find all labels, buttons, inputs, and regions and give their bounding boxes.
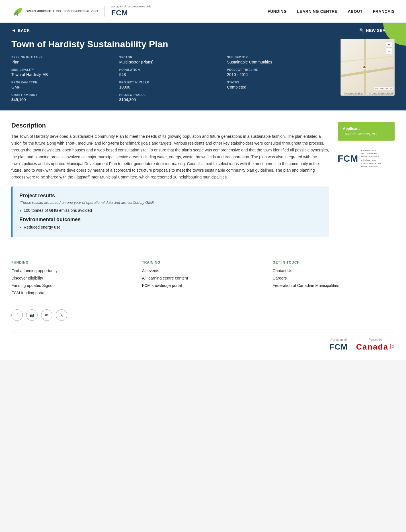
description-body: The Town of Hardisty developed a Sustain… — [11, 133, 329, 181]
footer-link-discover-eligibility[interactable]: Discover eligibility — [11, 276, 134, 280]
footer-contact-col: GET IN TOUCH Contact Us Careers Federati… — [272, 260, 395, 298]
canada-word: Canada — [356, 342, 388, 352]
back-arrow-icon: ◄ — [11, 28, 16, 33]
facebook-icon[interactable]: f — [11, 309, 23, 321]
meta-population-value: 548 — [119, 72, 222, 77]
meta-project-timeline: PROJECT TIMELINE 2010 - 2011 — [227, 68, 329, 77]
fcm-sidebar-subtitles: FEDERATION OF CANADIAN MUNICIPALITIES FÉ… — [361, 149, 381, 168]
footer-training-title: TRAINING — [142, 260, 264, 264]
main-content: Description The Town of Hardisty develop… — [0, 110, 406, 249]
results-title: Project results — [19, 193, 322, 199]
svg-text:© Microsoft Bing: © Microsoft Bing — [344, 92, 362, 95]
canada-logo-text: Canada ⚐ — [356, 342, 395, 352]
canada-flag-icon: ⚐ — [389, 343, 395, 351]
footer-link-careers[interactable]: Careers — [272, 276, 395, 280]
meta-population-label: POPULATION — [119, 68, 222, 71]
meta-subsector-label: SUB SECTOR — [227, 56, 329, 59]
meta-program-type: PROGRAM TYPE GMF — [11, 81, 114, 89]
nav-about[interactable]: ABOUT — [348, 9, 362, 14]
map-zoom-out[interactable]: − — [386, 48, 392, 54]
meta-municipality-value: Town of Hardisty, AB — [11, 72, 114, 77]
meta-type-initiative: TYPE OF INITIATIVE Plan — [11, 56, 114, 64]
meta-sector: SECTOR Multi-sector (Plans) — [119, 56, 222, 64]
nav-francais[interactable]: FRANÇAIS — [373, 9, 395, 14]
meta-program-value: GMF — [11, 85, 114, 89]
footer-funding-col: FUNDING Find a funding opportunity Disco… — [11, 260, 134, 298]
back-link[interactable]: ◄ BACK — [11, 28, 30, 33]
instagram-icon[interactable]: 📷 — [26, 309, 38, 321]
page-title: Town of Hardisty Sustainability Plan — [11, 39, 329, 50]
linkedin-icon[interactable]: in — [41, 309, 52, 321]
footer-link-all-events[interactable]: All events — [142, 268, 264, 273]
twitter-icon[interactable]: 𝕏 — [56, 309, 67, 321]
main-left: Description The Town of Hardisty develop… — [11, 122, 329, 237]
footer-program-label: A program of — [330, 338, 346, 341]
description-title: Description — [11, 122, 329, 129]
meta-timeline-value: 2010 - 2011 — [227, 72, 329, 77]
meta-sector-value: Multi-sector (Plans) — [119, 60, 222, 64]
fmv-text: FONDS MUNICIPAL VERT — [64, 9, 99, 13]
fcm-en-subtitle: FEDERATION OF CANADIAN MUNICIPALITIES — [361, 149, 381, 158]
meta-type-label: TYPE OF INITIATIVE — [11, 56, 114, 59]
meta-sector-label: SECTOR — [119, 56, 222, 59]
meta-status-value: Completed — [227, 85, 329, 89]
footer-social: f 📷 in 𝕏 — [11, 309, 395, 321]
footer-training-col: TRAINING All events All learning centre … — [142, 260, 264, 298]
logo-divider — [104, 6, 105, 17]
map-container[interactable]: © Microsoft Bing © 2023 Microsoft Corpor… — [341, 39, 395, 96]
back-label: BACK — [18, 28, 30, 33]
footer-link-knowledge-portal[interactable]: FCM knowledge portal — [142, 283, 264, 288]
meta-grant-value: $45,100 — [11, 97, 114, 102]
footer-contact-title: GET IN TOUCH — [272, 260, 395, 264]
fcm-sidebar-logo: FCM FEDERATION OF CANADIAN MUNICIPALITIE… — [338, 146, 395, 171]
navbar: GREEN MUNICIPAL FUND FONDS MUNICIPAL VER… — [0, 0, 406, 23]
results-list: 100 tonnes of GHG emissions avoided — [19, 208, 322, 213]
meta-timeline-label: PROJECT TIMELINE — [227, 68, 329, 71]
meta-sub-sector: SUB SECTOR Sustainable Communities — [227, 56, 329, 64]
env-outcomes-title: Environmental outcomes — [19, 217, 322, 223]
applicant-label: Applicant — [343, 126, 389, 131]
meta-municipality: MUNICIPALITY Town of Hardisty, AB — [11, 68, 114, 77]
nav-learning-centre[interactable]: LEARNING CENTRE — [297, 9, 337, 14]
footer-link-contact[interactable]: Contact Us — [272, 268, 395, 273]
footer-link-learning-content[interactable]: All learning centre content — [142, 276, 264, 280]
fcm-logo-text: FCM — [111, 9, 151, 17]
fcm-program-block: A program of / Un programme de la FCM — [111, 5, 151, 17]
results-item: 100 tonnes of GHG emissions avoided — [19, 208, 322, 213]
footer-funding-title: FUNDING — [11, 260, 134, 264]
applicant-name: Town of Hardisty, AB — [343, 132, 389, 136]
footer-canada-block: Funded by Canada ⚐ — [356, 338, 395, 352]
svg-text:© 2023 Microsoft Corporation: © 2023 Microsoft Corporation — [369, 92, 395, 95]
meta-status-label: STATUS — [227, 81, 329, 84]
env-outcomes-list: Reduced energy use — [19, 225, 322, 229]
leaf-icon — [11, 5, 24, 18]
hero-section: ◄ BACK 🔍 NEW SEARCH Town of Hardisty Sus… — [0, 23, 406, 110]
footer-link-find-funding[interactable]: Find a funding opportunity — [11, 268, 134, 273]
map-scale: 500 feet 250 m — [374, 87, 393, 90]
footer: FUNDING Find a funding opportunity Disco… — [0, 249, 406, 360]
meta-grant-label: GRANT AMOUNT — [11, 93, 114, 96]
main-right-sidebar: Applicant Town of Hardisty, AB FCM FEDER… — [338, 122, 395, 237]
footer-link-federation[interactable]: Federation of Canadian Municipalities — [272, 283, 395, 288]
map-zoom-in[interactable]: + — [386, 41, 392, 48]
footer-fcm-logo: FCM — [329, 342, 348, 352]
meta-grant-amount: GRANT AMOUNT $45,100 — [11, 93, 114, 102]
footer-columns: FUNDING Find a funding opportunity Disco… — [11, 260, 395, 298]
footer-bottom: A program of FCM Funded by Canada ⚐ — [11, 332, 395, 352]
map-pin — [363, 65, 366, 69]
logo-area: GREEN MUNICIPAL FUND FONDS MUNICIPAL VER… — [11, 5, 151, 18]
results-note: *These results are based on one year of … — [19, 200, 322, 205]
meta-municipality-label: MUNICIPALITY — [11, 68, 114, 71]
gmf-logo: GREEN MUNICIPAL FUND FONDS MUNICIPAL VER… — [11, 5, 98, 18]
footer-link-funding-updates[interactable]: Funding updates Signup — [11, 283, 134, 288]
meta-type-value: Plan — [11, 60, 114, 64]
footer-link-fcm-portal[interactable]: FCM funding portal — [11, 291, 134, 295]
svg-line-2 — [341, 56, 395, 62]
meta-project-number: PROJECT NUMBER 10000 — [119, 81, 222, 89]
applicant-box: Applicant Town of Hardisty, AB — [338, 122, 395, 141]
results-box: Project results *These results are based… — [11, 186, 329, 237]
meta-projnum-value: 10000 — [119, 85, 222, 89]
meta-projval-label: PROJECT VALUE — [119, 93, 222, 96]
env-outcomes-item: Reduced energy use — [19, 225, 322, 229]
nav-funding[interactable]: FUNDING — [268, 9, 287, 14]
